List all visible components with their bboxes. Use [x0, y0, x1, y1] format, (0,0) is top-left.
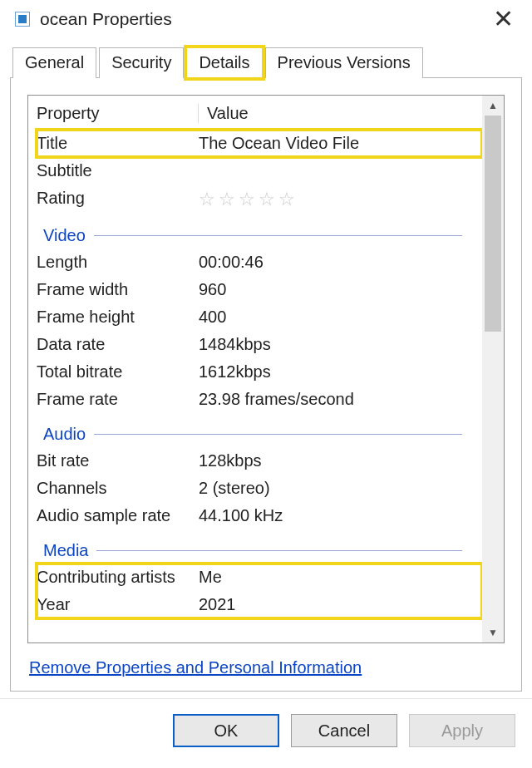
property-list[interactable]: Property Value Title The Ocean Video Fil… [28, 96, 482, 642]
ok-button[interactable]: OK [173, 714, 279, 747]
group-video: Video [37, 214, 482, 249]
scrollbar[interactable]: ▲ ▼ [482, 96, 504, 642]
tab-details[interactable]: Details [186, 47, 262, 78]
prop-label: Length [37, 253, 199, 272]
prop-label: Data rate [37, 335, 199, 354]
group-audio: Audio [37, 413, 482, 447]
divider [94, 434, 462, 435]
prop-label: Title [37, 134, 199, 153]
row-total-bitrate[interactable]: Total bitrate 1612kbps [37, 358, 482, 386]
row-length[interactable]: Length 00:00:46 [37, 249, 482, 276]
close-button[interactable]: ✕ [485, 7, 522, 32]
prop-label: Channels [37, 479, 199, 498]
prop-value: 400 [199, 308, 482, 327]
scroll-down-icon[interactable]: ▼ [482, 623, 504, 642]
scroll-track[interactable] [482, 116, 504, 623]
row-bit-rate[interactable]: Bit rate 128kbps [37, 447, 482, 475]
remove-properties-link[interactable]: Remove Properties and Personal Informati… [27, 643, 362, 677]
prop-label: Contributing artists [37, 568, 199, 587]
group-label: Video [43, 226, 86, 245]
row-frame-height[interactable]: Frame height 400 [37, 303, 482, 331]
scroll-thumb[interactable] [485, 116, 501, 332]
row-data-rate[interactable]: Data rate 1484kbps [37, 331, 482, 358]
prop-label: Year [37, 595, 199, 614]
divider [96, 550, 462, 551]
tab-strip: General Security Details Previous Versio… [10, 47, 522, 78]
prop-label: Rating [37, 189, 199, 210]
row-rating[interactable]: Rating ☆☆☆☆☆ [37, 185, 482, 214]
prop-value[interactable] [199, 161, 482, 180]
row-year[interactable]: Year 2021 [37, 591, 482, 618]
group-label: Media [43, 541, 88, 560]
prop-label: Frame width [37, 280, 199, 299]
tab-security[interactable]: Security [99, 47, 184, 78]
dialog-button-bar: OK Cancel Apply [0, 698, 532, 761]
row-frame-width[interactable]: Frame width 960 [37, 276, 482, 303]
prop-value: 1612kbps [199, 362, 482, 382]
group-media: Media [37, 529, 482, 564]
prop-value: 1484kbps [199, 335, 482, 354]
row-title[interactable]: Title The Ocean Video File [37, 130, 482, 157]
prop-value: 2 (stereo) [199, 479, 482, 498]
tab-previous-versions[interactable]: Previous Versions [265, 47, 423, 78]
window-title: ocean Properties [40, 9, 485, 29]
prop-value: 00:00:46 [199, 253, 482, 272]
row-subtitle[interactable]: Subtitle [37, 157, 482, 185]
rating-stars[interactable]: ☆☆☆☆☆ [199, 189, 482, 210]
row-frame-rate[interactable]: Frame rate 23.98 frames/second [37, 386, 482, 413]
column-headers[interactable]: Property Value [37, 99, 482, 130]
prop-value[interactable]: 2021 [199, 595, 482, 614]
file-type-icon [15, 12, 30, 27]
prop-label: Total bitrate [37, 362, 199, 382]
prop-value: 23.98 frames/second [199, 390, 482, 409]
highlighted-media-rows: Contributing artists Me Year 2021 [37, 564, 482, 618]
scroll-up-icon[interactable]: ▲ [482, 96, 504, 116]
prop-label: Frame rate [37, 390, 199, 409]
titlebar: ocean Properties ✕ [0, 0, 532, 38]
divider [94, 235, 462, 236]
prop-value: 960 [199, 280, 482, 299]
prop-value: 44.100 kHz [199, 506, 482, 525]
group-label: Audio [43, 425, 86, 444]
row-channels[interactable]: Channels 2 (stereo) [37, 475, 482, 502]
prop-label: Audio sample rate [37, 506, 199, 525]
prop-value[interactable]: Me [199, 568, 482, 587]
row-sample-rate[interactable]: Audio sample rate 44.100 kHz [37, 502, 482, 529]
prop-value[interactable]: The Ocean Video File [199, 134, 482, 153]
tab-panel: Property Value Title The Ocean Video Fil… [10, 78, 522, 692]
apply-button[interactable]: Apply [409, 714, 515, 747]
prop-label: Frame height [37, 308, 199, 327]
header-value[interactable]: Value [207, 104, 482, 123]
tab-general[interactable]: General [12, 47, 96, 78]
prop-label: Bit rate [37, 451, 199, 470]
details-list-box: Property Value Title The Ocean Video Fil… [27, 95, 505, 643]
prop-label: Subtitle [37, 161, 199, 180]
prop-value: 128kbps [199, 451, 482, 470]
row-contributing-artists[interactable]: Contributing artists Me [37, 564, 482, 591]
header-property[interactable]: Property [37, 104, 199, 123]
cancel-button[interactable]: Cancel [291, 714, 397, 747]
